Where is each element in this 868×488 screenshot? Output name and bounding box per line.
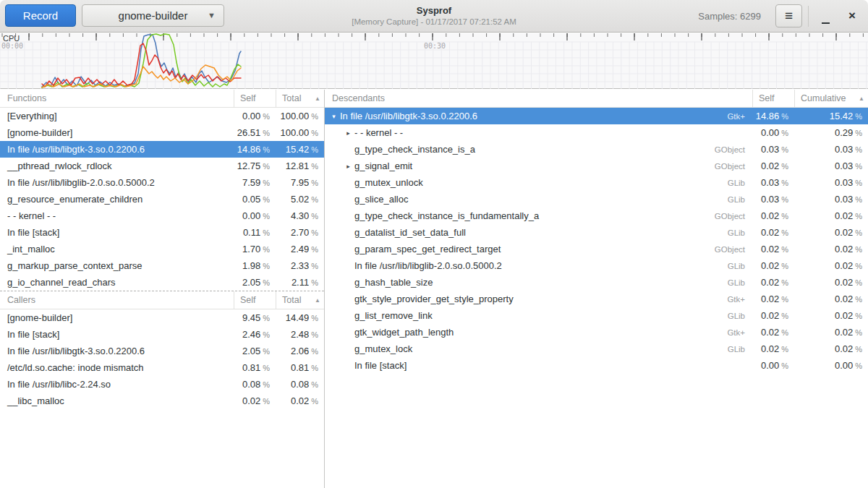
caller-row[interactable]: __libc_malloc 0.02% 0.02% — [0, 393, 324, 409]
self-percent: 0.11% — [234, 227, 276, 238]
library-category-badge: Gtk+ — [727, 112, 752, 121]
descendant-row[interactable]: g_type_check_instance_is_a GObject 0.03%… — [325, 141, 868, 158]
function-name: - - kernel - - — [0, 210, 234, 221]
expander-icon[interactable]: ▸ — [342, 163, 354, 170]
sort-ascending-icon: ▲ — [859, 95, 864, 102]
function-row[interactable]: In file /usr/lib/libglib-2.0.so.0.5000.2… — [0, 174, 324, 191]
descendants-table-header: Descendants Self Cumulative ▲ — [325, 90, 868, 108]
cumulative-percent: 0.02% — [794, 244, 868, 254]
function-name: [gnome-builder] — [0, 312, 234, 323]
self-percent: 26.51% — [234, 127, 276, 138]
descendant-row[interactable]: g_mutex_unlock GLib 0.03% 0.03% — [325, 174, 868, 191]
library-category-badge: GObject — [715, 212, 752, 221]
descendants-column-header[interactable]: Descendants — [325, 90, 752, 107]
descendant-row[interactable]: In file [stack] 0.00% 0.00% — [325, 357, 868, 374]
function-name: g_datalist_id_set_data_full — [354, 227, 728, 238]
cumulative-percent: 0.02% — [794, 227, 868, 238]
library-category-badge: Gtk+ — [727, 295, 752, 304]
self-percent: 0.02% — [752, 343, 794, 354]
function-name: g_param_spec_get_redirect_target — [354, 244, 715, 254]
callers-total-column-header[interactable]: Total ▲ — [276, 291, 324, 309]
descendants-cumulative-column-header[interactable]: Cumulative ▲ — [794, 90, 868, 107]
descendant-row[interactable]: g_type_check_instance_is_fundamentally_a… — [325, 207, 868, 224]
cpu-graph[interactable]: CPU 00:00 00:30 — [0, 33, 868, 89]
library-category-badge: GObject — [715, 162, 752, 171]
total-percent: 4.30% — [276, 210, 324, 221]
total-percent: 0.02% — [276, 395, 324, 406]
function-name: In file /usr/lib/libc-2.24.so — [0, 379, 234, 390]
descendant-row[interactable]: gtk_style_provider_get_style_property Gt… — [325, 291, 868, 307]
minimize-button[interactable] — [813, 4, 838, 27]
total-percent: 5.02% — [276, 194, 324, 205]
caller-row[interactable]: /etc/ld.so.cache: inode mismatch 0.81% 0… — [0, 359, 324, 376]
function-row[interactable]: In file [stack] 0.11% 2.70% — [0, 224, 324, 241]
total-percent: 15.42% — [276, 144, 324, 155]
function-row[interactable]: _int_malloc 1.70% 2.49% — [0, 241, 324, 257]
self-percent: 2.05% — [234, 277, 276, 288]
function-name: g_slice_alloc — [354, 194, 728, 205]
function-row[interactable]: g_io_channel_read_chars 2.05% 2.11% — [0, 274, 324, 291]
function-row[interactable]: - - kernel - - 0.00% 4.30% — [0, 207, 324, 224]
self-percent: 14.86% — [234, 144, 276, 155]
function-row[interactable]: In file /usr/lib/libgtk-3.so.0.2200.6 14… — [0, 141, 324, 158]
expander-icon[interactable]: ▸ — [342, 129, 354, 137]
sort-ascending-icon: ▲ — [315, 95, 320, 102]
total-percent: 2.06% — [276, 346, 324, 356]
menu-button[interactable]: ≡ — [775, 4, 802, 27]
descendant-row[interactable]: g_hash_table_size GLib 0.02% 0.02% — [325, 274, 868, 291]
descendant-row[interactable]: ▸ - - kernel - - 0.00% 0.29% — [325, 124, 868, 141]
descendant-row[interactable]: In file /usr/lib/libglib-2.0.so.0.5000.2… — [325, 257, 868, 274]
capture-subtitle: [Memory Capture] - 01/17/2017 07:21:52 A… — [217, 17, 651, 27]
self-percent: 1.70% — [234, 244, 276, 254]
caller-row[interactable]: [gnome-builder] 9.45% 14.49% — [0, 309, 324, 326]
library-category-badge: GLib — [728, 345, 752, 354]
function-name: gtk_style_provider_get_style_property — [354, 294, 727, 304]
function-row[interactable]: g_markup_parse_context_parse 1.98% 2.33% — [0, 257, 324, 274]
caller-row[interactable]: In file /usr/lib/libc-2.24.so 0.08% 0.08… — [0, 376, 324, 393]
caller-row[interactable]: In file [stack] 2.46% 2.48% — [0, 326, 324, 343]
self-percent: 2.46% — [234, 329, 276, 340]
callers-self-column-header[interactable]: Self — [234, 291, 276, 309]
cumulative-percent: 0.00% — [794, 360, 868, 371]
callers-column-header[interactable]: Callers — [0, 291, 234, 309]
function-name: g_mutex_lock — [354, 343, 728, 354]
function-row[interactable]: g_resource_enumerate_children 0.05% 5.02… — [0, 191, 324, 207]
descendant-row[interactable]: ▸ g_signal_emit GObject 0.02% 0.03% — [325, 158, 868, 174]
function-name: In file [stack] — [0, 329, 234, 340]
function-name: /etc/ld.so.cache: inode mismatch — [0, 362, 234, 373]
function-name: __libc_malloc — [0, 395, 234, 406]
cumulative-percent: 0.02% — [794, 343, 868, 354]
descendant-row[interactable]: g_mutex_lock GLib 0.02% 0.02% — [325, 341, 868, 357]
functions-self-column-header[interactable]: Self — [234, 90, 276, 107]
expander-icon[interactable]: ▾ — [328, 113, 340, 120]
self-percent: 0.00% — [752, 360, 794, 371]
self-percent: 0.02% — [752, 294, 794, 304]
function-name: g_resource_enumerate_children — [0, 194, 234, 205]
function-row[interactable]: [gnome-builder] 26.51% 100.00% — [0, 124, 324, 141]
descendant-row[interactable]: ▾ In file /usr/lib/libgtk-3.so.0.2200.6 … — [325, 108, 868, 124]
self-percent: 0.02% — [752, 260, 794, 271]
functions-column-header[interactable]: Functions — [0, 90, 234, 107]
total-header-label: Total — [282, 93, 301, 103]
descendant-row[interactable]: gtk_widget_path_length Gtk+ 0.02% 0.02% — [325, 324, 868, 341]
self-percent: 0.02% — [752, 210, 794, 221]
function-name: In file /usr/lib/libgtk-3.so.0.2200.6 — [0, 144, 234, 155]
function-row[interactable]: __pthread_rwlock_rdlock 12.75% 12.81% — [0, 158, 324, 174]
function-name: __pthread_rwlock_rdlock — [0, 160, 234, 171]
self-percent: 0.05% — [234, 194, 276, 205]
function-name: [Everything] — [0, 111, 234, 121]
descendants-self-column-header[interactable]: Self — [752, 90, 794, 107]
descendant-row[interactable]: g_slice_alloc GLib 0.03% 0.03% — [325, 191, 868, 207]
library-category-badge: GObject — [715, 245, 752, 254]
caller-row[interactable]: In file /usr/lib/libgtk-3.so.0.2200.6 2.… — [0, 343, 324, 359]
cumulative-percent: 0.03% — [794, 177, 868, 188]
record-button[interactable]: Record — [5, 4, 76, 27]
descendant-row[interactable]: g_datalist_id_set_data_full GLib 0.02% 0… — [325, 224, 868, 241]
functions-total-column-header[interactable]: Total ▲ — [276, 90, 324, 107]
function-row[interactable]: [Everything] 0.00% 100.00% — [0, 108, 324, 124]
headerbar-separator — [808, 6, 809, 27]
process-selector-dropdown[interactable]: gnome-builder ▼ — [82, 4, 224, 27]
close-button[interactable]: × — [840, 4, 864, 27]
descendant-row[interactable]: g_param_spec_get_redirect_target GObject… — [325, 241, 868, 257]
descendant-row[interactable]: g_list_remove_link GLib 0.02% 0.02% — [325, 307, 868, 324]
